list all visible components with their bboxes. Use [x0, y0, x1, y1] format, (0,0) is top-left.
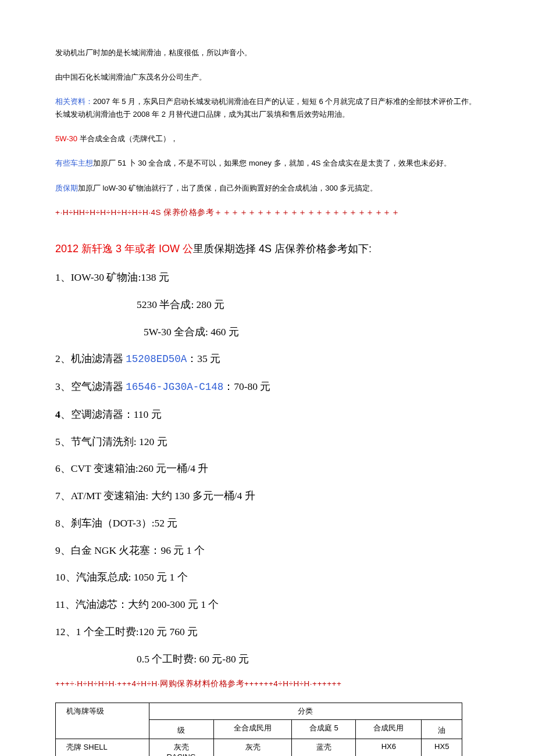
th-col1: 级 — [149, 720, 213, 739]
td-shell-3: 蓝壳 — [292, 739, 356, 756]
item-3-pre: 3、空气滤清器 — [55, 381, 126, 392]
td-shell-1b: RACING — [154, 753, 209, 756]
td-shell-1a: 灰壳 — [154, 742, 209, 753]
paragraph-engine-oil: 发动机出厂时加的是长城润滑油，粘度很低，所以声音小。 — [55, 46, 480, 59]
text-some-owners: 加原厂 51 卜 30 全合成，不是不可以，如果您 money 多，就加，4S … — [93, 159, 451, 167]
item-3-post: ：70-80 元 — [223, 381, 270, 392]
label-warranty: 质保期 — [55, 184, 78, 192]
item-2-post: ：35 元 — [187, 353, 220, 364]
item-5: 5、节气门清洗剂: 120 元 — [55, 433, 480, 451]
td-brand-shell: 壳牌 SHELL — [56, 739, 149, 756]
paragraph-warranty: 质保期加原厂 loW-30 矿物油就行了，出了质保，自己外面购置好的全合成机油，… — [55, 182, 480, 195]
item-12a: 0.5 个工时费: 60 元-80 元 — [137, 651, 480, 668]
td-shell-5: HX5 — [422, 739, 462, 756]
item-2: 2、机油滤清器 15208ED50A：35 元 — [55, 350, 480, 368]
td-shell-2: 灰壳 — [213, 739, 292, 756]
item-4-num: 4 — [55, 409, 60, 420]
section-title-red: 2012 新轩逸 3 年或者 IOW 公 — [55, 243, 193, 255]
oil-brand-table: 机海牌等级 分类 级 全合成民用 合成庭 5 合成民用 油 壳牌 SHELL 灰… — [55, 703, 462, 756]
divider-online-price: +++÷·H÷H÷H÷H·+++4÷H÷H·网购保养材料价格参考++++++4÷… — [55, 678, 480, 691]
item-3-partno: 16546-JG30A-C148 — [126, 381, 223, 393]
item-12: 12、1 个全工时费:120 元 760 元 — [55, 624, 480, 641]
th-col4: 合成民用 — [356, 720, 422, 739]
text-5w30-red: 5W-30 — [55, 134, 77, 143]
th-brand-grade: 机海牌等级 — [56, 703, 149, 739]
item-6: 6、CVT 变速箱油:260 元一桶/4 升 — [55, 460, 480, 478]
text-related-info: 2007 年 5 月，东风日产启动长城发动机润滑油在日产的认证，短短 6 个月就… — [55, 97, 476, 119]
paragraph-5w30: 5W-30 半合成全合成（壳牌代工）， — [55, 132, 480, 145]
item-11: 11、汽油滤芯：大约 200-300 元 1 个 — [55, 596, 480, 614]
item-2-partno: 15208ED50A — [126, 353, 187, 365]
th-col3: 合成庭 5 — [292, 720, 356, 739]
td-shell-1: 灰壳 RACING — [149, 739, 213, 756]
item-8: 8、刹车油（DOT-3）:52 元 — [55, 515, 480, 532]
th-col5-sub: 油 — [426, 724, 457, 736]
paragraph-manufacturer: 由中国石化长城润滑油广东茂名分公司生产。 — [55, 71, 480, 84]
item-10: 10、汽油泵总成: 1050 元 1 个 — [55, 569, 480, 586]
item-1b: 5W-30 全合成: 460 元 — [144, 324, 480, 341]
table-row: 壳牌 SHELL 灰壳 RACING 灰壳 蓝壳 HX6 HX5 — [56, 739, 462, 756]
th-col1-sub: 级 — [154, 724, 209, 736]
text-5w30-rest: 半合成全合成（壳牌代工）， — [77, 134, 178, 143]
item-4-text: 、空调滤清器：110 元 — [60, 409, 162, 420]
paragraph-related-info: 相关资料：2007 年 5 月，东风日产启动长城发动机润滑油在日产的认证，短短 … — [55, 95, 480, 121]
item-4: 4、空调滤清器：110 元 — [55, 406, 480, 424]
item-1a: 5230 半合成: 280 元 — [137, 296, 480, 314]
item-7: 7、AT/MT 变速箱油: 大约 130 多元一桶/4 升 — [55, 488, 480, 505]
item-9: 9、白金 NGK 火花塞：96 元 1 个 — [55, 542, 480, 560]
td-shell-4: HX6 — [356, 739, 422, 756]
divider-4s-price: +·H÷HH÷H÷H÷H÷H÷H÷H·4S 保养价格参考＋＋＋＋＋＋＋＋＋＋＋＋… — [55, 206, 480, 220]
th-col5: 油 — [422, 720, 462, 739]
section-title-black: 里质保期选择 4S 店保养价格参考如下: — [193, 243, 372, 255]
paragraph-some-owners: 有些车主想加原厂 51 卜 30 全合成，不是不可以，如果您 money 多，就… — [55, 157, 480, 170]
item-1: 1、IOW-30 矿物油:138 元 — [55, 269, 480, 286]
item-2-pre: 2、机油滤清器 — [55, 353, 126, 364]
section-title-4s: 2012 新轩逸 3 年或者 IOW 公里质保期选择 4S 店保养价格参考如下: — [55, 240, 480, 258]
th-category: 分类 — [149, 703, 462, 720]
label-some-owners: 有些车主想 — [55, 159, 93, 167]
text-warranty: 加原厂 loW-30 矿物油就行了，出了质保，自己外面购置好的全合成机油，300… — [78, 184, 377, 192]
item-3: 3、空气滤清器 16546-JG30A-C148：70-80 元 — [55, 378, 480, 396]
th-col2: 全合成民用 — [213, 720, 292, 739]
label-related-info: 相关资料： — [55, 97, 93, 106]
table-row: 机海牌等级 分类 — [56, 703, 462, 720]
